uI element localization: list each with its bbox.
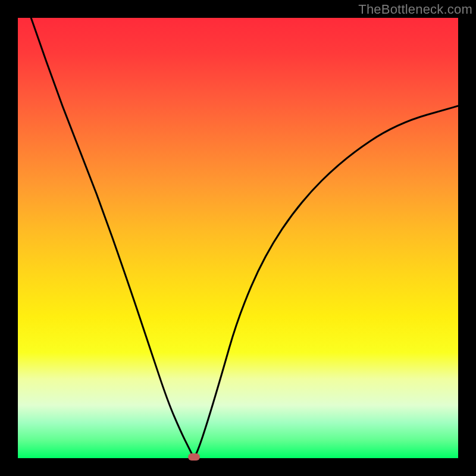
bottleneck-curve bbox=[18, 18, 458, 458]
plot-area bbox=[18, 18, 458, 458]
optimum-marker bbox=[188, 453, 200, 461]
chart-container: TheBottleneck.com bbox=[0, 0, 476, 476]
curve-path bbox=[31, 18, 458, 456]
attribution-label: TheBottleneck.com bbox=[358, 2, 472, 17]
